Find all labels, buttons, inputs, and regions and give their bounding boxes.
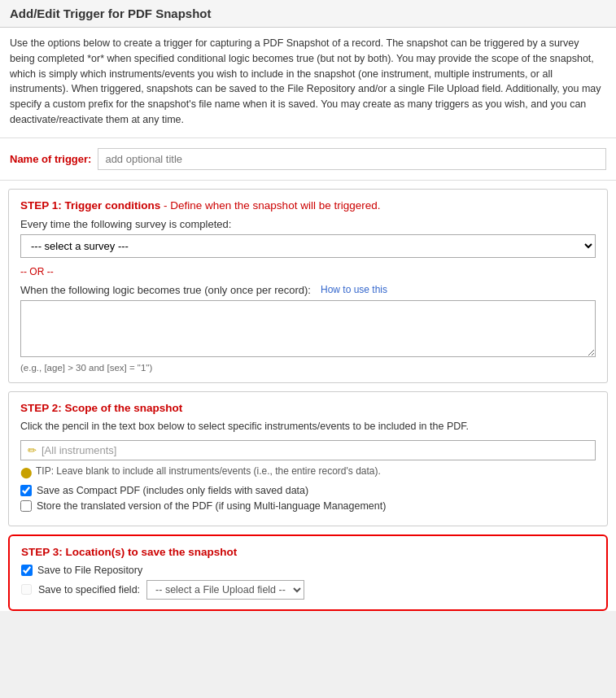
instruments-value: [All instruments] [42,444,116,456]
field-upload-select[interactable]: -- select a File Upload field -- [146,580,304,600]
step1-title: STEP 1: Trigger conditions - Define when… [20,199,596,212]
page-title: Add/Edit Trigger for PDF Snapshot [10,7,606,20]
step3-title: STEP 3: Location(s) to save the snapshot [21,546,595,558]
compact-pdf-checkbox[interactable] [20,485,32,496]
specified-field-label: Save to specified field: [38,584,140,595]
trigger-name-input[interactable] [98,148,606,170]
compact-pdf-row: Save as Compact PDF (includes only field… [20,485,596,496]
instruments-input-row[interactable]: ✏ [All instruments] [20,440,596,460]
translated-checkbox[interactable] [20,500,32,512]
survey-group: Every time the following survey is compl… [20,218,596,258]
logic-hint: (e.g., [age] > 30 and [sex] = "1") [20,363,596,373]
how-to-link[interactable]: How to use this [321,284,387,295]
name-trigger-section: Name of trigger: [0,138,616,181]
pencil-icon: ✏ [28,444,37,456]
step3-section: STEP 3: Location(s) to save the snapshot… [8,534,608,611]
tip-row: ⬤ TIP: Leave blank to include all instru… [20,465,596,478]
survey-select[interactable]: --- select a survey --- [20,234,596,258]
logic-label: When the following logic becomes true (o… [20,284,311,296]
file-repo-label: Save to File Repository [37,565,142,576]
survey-label: Every time the following survey is compl… [20,218,596,230]
step1-section: STEP 1: Trigger conditions - Define when… [8,189,608,383]
compact-pdf-label: Save as Compact PDF (includes only field… [37,485,308,496]
lightbulb-icon: ⬤ [20,466,33,478]
tip-text: TIP: Leave blank to include all instrume… [36,465,381,477]
logic-label-row: When the following logic becomes true (o… [20,284,596,296]
step2-section: STEP 2: Scope of the snapshot Click the … [8,391,608,526]
intro-text: Use the options below to create a trigge… [0,28,616,138]
name-trigger-label: Name of trigger: [10,153,91,165]
translated-row: Store the translated version of the PDF … [20,500,596,512]
page-header: Add/Edit Trigger for PDF Snapshot [0,0,616,28]
specified-field-row: Save to specified field: -- select a Fil… [21,580,595,600]
step2-title: STEP 2: Scope of the snapshot [20,402,596,414]
logic-textarea[interactable] [20,300,596,357]
translated-label: Store the translated version of the PDF … [37,500,386,512]
scope-subtext: Click the pencil in the text box below t… [20,421,596,432]
or-divider: -- OR -- [20,266,596,277]
file-repo-row: Save to File Repository [21,565,595,576]
file-repo-checkbox[interactable] [21,565,33,576]
specified-field-checkbox[interactable] [21,584,32,595]
